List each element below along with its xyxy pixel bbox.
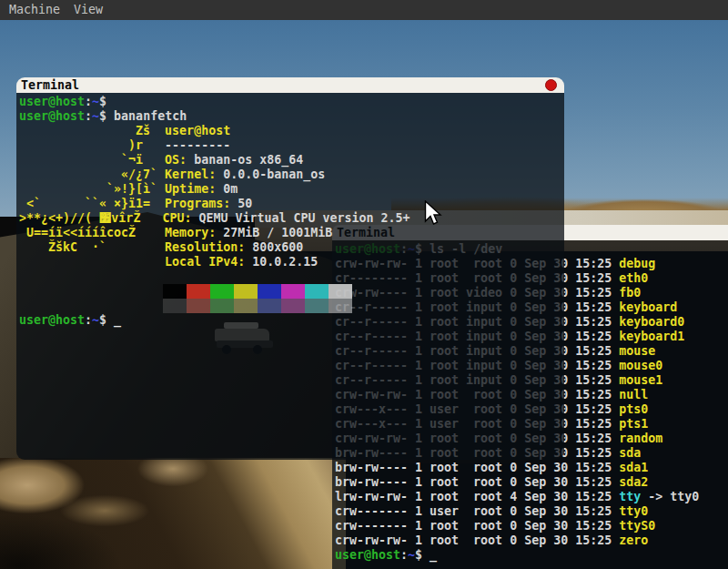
terminal-window-1: Terminal user@host:~$user@host:~$ bananf…: [16, 77, 564, 460]
terminal-text-segment: eth0: [619, 271, 648, 285]
terminal-text-segment: :: [85, 95, 92, 108]
terminal-line: ŽškC ·` Resolution: 800x600: [19, 240, 564, 255]
terminal-text-segment: -> tty0: [641, 490, 699, 503]
terminal-text-segment: keyboard0: [619, 315, 684, 329]
terminal-line: <` ``« ×}ï1= Programs: 50: [19, 197, 564, 211]
terminal-text-segment: Kernel:: [165, 168, 216, 181]
terminal-text-segment: brw-rw---- 1 root root 0 Sep 30 15:25: [335, 475, 619, 489]
terminal-line: [19, 269, 564, 284]
terminal-line: user@host:~$ _: [335, 548, 728, 563]
palette-swatch: [258, 284, 281, 299]
terminal-text-segment: Local IPv4:: [165, 255, 245, 269]
terminal-line: `»!}[ì` Uptime: 0m: [19, 182, 564, 197]
palette-swatch: [210, 284, 234, 299]
terminal-text-segment: 10.0.2.15: [245, 255, 318, 269]
terminal-text-segment: $ bananfetch: [99, 109, 187, 123]
palette-swatch: [258, 299, 281, 313]
terminal-text-segment: fb0: [619, 286, 641, 300]
terminal-text-segment: [19, 255, 165, 269]
terminal-line: crw------- 1 user root 0 Sep 30 15:25 tt…: [335, 504, 728, 519]
terminal-text-segment: Uptime:: [165, 182, 216, 196]
palette-swatch: [305, 284, 329, 299]
menu-item-machine[interactable]: Machine: [9, 0, 60, 20]
menu-item-view[interactable]: View: [74, 0, 103, 20]
terminal-line: crw------- 1 root root 0 Sep 30 15:25 tt…: [335, 519, 728, 533]
terminal-text-segment: $: [99, 313, 114, 327]
palette-swatch: [329, 299, 352, 313]
terminal-text-segment: 0m: [216, 182, 238, 196]
text-cursor: _: [114, 313, 121, 327]
terminal-text-segment: sda1: [619, 461, 648, 474]
terminal-line: brw-rw---- 1 root root 0 Sep 30 15:25 sd…: [335, 461, 728, 475]
palette-swatch: [210, 299, 234, 313]
palette-swatch: [234, 299, 258, 313]
terminal-line: user@host:~$ bananfetch: [19, 109, 564, 124]
terminal-text-segment: Programs:: [165, 197, 230, 210]
terminal-text-segment: user@host: [19, 313, 85, 327]
terminal-text-segment: CPU:: [162, 211, 191, 225]
terminal-text-segment: tty: [619, 490, 641, 503]
terminal-text-segment: 800x600: [245, 240, 303, 254]
palette-swatch: [329, 284, 352, 299]
terminal-line: user@host:~$: [19, 95, 564, 109]
terminal-text-segment: OS:: [165, 153, 187, 167]
terminal-text-segment: crw------- 1 root root 0 Sep 30 15:25: [335, 519, 619, 533]
terminal-text-segment: $: [99, 95, 106, 108]
terminal-line: U==íï<<íííîcocŽ Memory: 27MiB / 1001MiB: [19, 226, 564, 240]
terminal-line: )r ---------: [19, 138, 564, 153]
terminal-text-segment: 50: [230, 197, 252, 210]
terminal-line: Local IPv4: 10.0.2.15: [19, 255, 564, 269]
terminal-text-segment: <` ``« ×}ï1=: [19, 197, 165, 210]
terminal-text-segment: ~: [92, 109, 99, 123]
terminal-text-segment: crw------- 1 user root 0 Sep 30 15:25: [335, 504, 619, 518]
terminal-line: Zš user@host: [19, 124, 564, 138]
terminal-text-segment: ttyS0: [619, 519, 655, 533]
terminal-text-segment: ---------: [143, 138, 230, 152]
terminal-text-segment: random: [619, 432, 662, 445]
text-cursor: _: [430, 548, 437, 562]
terminal-text-segment: crw-rw-rw- 1 root root 0 Sep 30 15:25: [335, 533, 619, 547]
terminal-text-segment: lrw-rw-rw- 1 root root 4 Sep 30 15:25: [335, 490, 619, 503]
terminal-line: [19, 284, 564, 299]
terminal-text-segment: QEMU Virtual CPU version 2.5+: [191, 211, 410, 225]
terminal-text-segment: user@host: [19, 95, 85, 108]
window-titlebar[interactable]: Terminal: [16, 77, 564, 93]
close-button[interactable]: [545, 79, 557, 91]
terminal-text-segment: zero: [619, 533, 648, 547]
terminal-content[interactable]: user@host:~$user@host:~$ bananfetch Zš u…: [16, 93, 564, 460]
terminal-text-segment: Resolution:: [165, 240, 245, 254]
terminal-text-segment: 0.0.0-banan_os: [216, 168, 325, 181]
terminal-text-segment: null: [619, 388, 648, 401]
palette-swatch: [187, 299, 210, 313]
terminal-text-segment: `»!}[ì`: [19, 182, 165, 196]
window-title: Terminal: [16, 77, 564, 93]
terminal-line: lrw-rw-rw- 1 root root 4 Sep 30 15:25 tt…: [335, 490, 728, 504]
terminal-text-segment: `¬ï: [19, 153, 165, 167]
palette-swatch: [234, 284, 258, 299]
terminal-text-segment: sda2: [619, 475, 648, 489]
terminal-text-segment: ŽškC ·`: [19, 240, 165, 254]
terminal-text-segment: :: [400, 548, 408, 562]
terminal-text-segment: user@host: [19, 109, 85, 123]
terminal-text-segment: >**¿<+)//( ׿vîrŽ: [19, 211, 162, 225]
palette-swatch: [187, 284, 210, 299]
terminal-text-segment: ~: [92, 313, 99, 327]
terminal-line: user@host:~$ _: [19, 313, 564, 328]
terminal-text-segment: pts0: [619, 402, 648, 416]
terminal-text-segment: $: [415, 548, 430, 562]
terminal-line: `¬ï OS: banan-os x86_64: [19, 153, 564, 168]
terminal-line: «/¿7` Kernel: 0.0.0-banan_os: [19, 168, 564, 182]
terminal-line: brw-rw---- 1 root root 0 Sep 30 15:25 sd…: [335, 475, 728, 490]
terminal-text-segment: Zš user@host: [19, 124, 230, 137]
desktop: Machine View Terminal user@host:~$ ls -l…: [0, 0, 728, 569]
terminal-text-segment: :: [85, 313, 92, 327]
palette-swatch: [163, 299, 187, 313]
terminal-text-segment: mouse1: [619, 373, 662, 387]
terminal-text-segment: user@host: [335, 548, 400, 562]
terminal-line: >**¿<+)//( ׿vîrŽ CPU: QEMU Virtual CPU v…: [19, 211, 564, 226]
terminal-text-segment: pts1: [619, 417, 648, 431]
menubar: Machine View: [0, 0, 728, 20]
terminal-text-segment: keyboard1: [619, 330, 684, 343]
terminal-text-segment: banan-os x86_64: [187, 153, 303, 167]
terminal-line: [19, 299, 564, 313]
